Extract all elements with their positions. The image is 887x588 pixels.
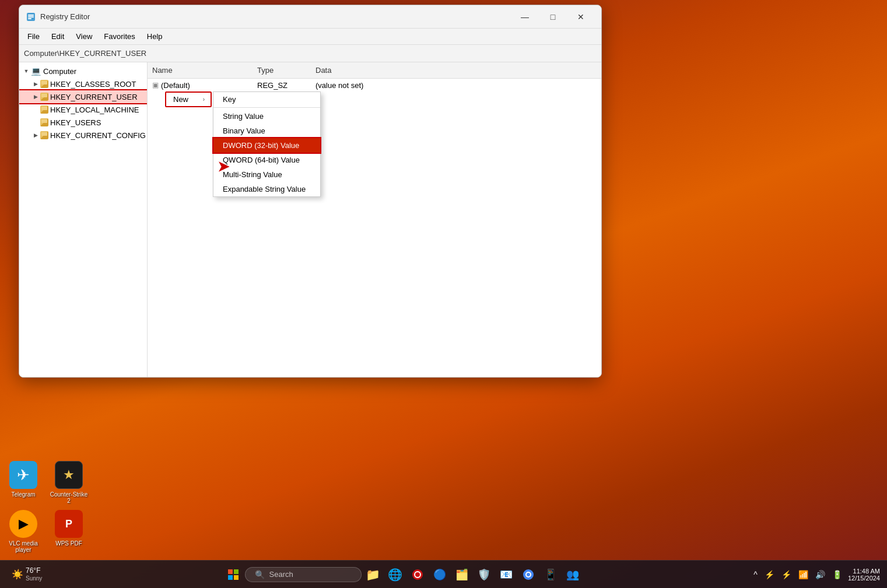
- system-tray: ^ ⚡ ⚡ 📶 🔊 🔋: [751, 569, 844, 580]
- computer-icon: 💻: [31, 66, 41, 76]
- taskbar-icon-opera[interactable]: [407, 564, 428, 585]
- tree-label-local-machine: HKEY_LOCAL_MACHINE: [50, 105, 139, 114]
- reg-icon-local-machine: [40, 105, 48, 114]
- submenu-item-expandable-string-value[interactable]: Expandable String Value: [213, 182, 320, 196]
- start-button[interactable]: [223, 564, 244, 585]
- taskbar-search[interactable]: 🔍 Search: [245, 567, 362, 582]
- menu-file[interactable]: File: [22, 30, 45, 44]
- tray-icon-bluetooth[interactable]: ⚡: [779, 569, 794, 580]
- weather-icon: ☀️: [12, 569, 23, 580]
- expand-icon-computer: ▼: [22, 66, 31, 76]
- menu-help[interactable]: Help: [141, 30, 169, 44]
- taskbar-icon-outlook[interactable]: 📧: [496, 564, 517, 585]
- taskbar-icon-edge[interactable]: 🌐: [385, 564, 406, 585]
- tree-item-local-machine[interactable]: HKEY_LOCAL_MACHINE: [19, 103, 147, 116]
- submenu-item-key[interactable]: Key: [213, 92, 320, 108]
- new-button-container: New › Key String Value Binary Value DWOR…: [165, 91, 212, 107]
- column-headers: Name Type Data: [148, 62, 601, 79]
- reg-icon-current-user: [40, 93, 48, 101]
- search-text: Search: [269, 570, 293, 579]
- right-panel: Name Type Data ▣ (Default) REG_SZ (value…: [148, 62, 601, 377]
- expand-icon-classes-root: ▶: [31, 79, 40, 89]
- tree-label-classes-root: HKEY_CLASSES_ROOT: [50, 80, 136, 89]
- tree-label-current-user: HKEY_CURRENT_USER: [50, 93, 138, 101]
- taskbar-icon-explorer2[interactable]: 🗂️: [451, 564, 472, 585]
- registry-editor-window: Registry Editor — □ ✕ File Edit View Fav…: [19, 5, 602, 378]
- tree-item-current-config[interactable]: ▶ HKEY_CURRENT_CONFIG: [19, 129, 147, 142]
- taskbar-icon-teams[interactable]: 👥: [562, 564, 583, 585]
- reg-icon-classes-root: [40, 80, 48, 88]
- taskbar-right: ^ ⚡ ⚡ 📶 🔊 🔋 11:48 AM 12/15/2024: [735, 568, 887, 582]
- counter-strike-icon[interactable]: ★ Counter-Strike 2: [48, 461, 89, 504]
- tray-icon-up[interactable]: ^: [751, 569, 760, 580]
- default-icon: ▣: [152, 81, 159, 89]
- weather-temp: 76°F: [26, 566, 42, 575]
- tray-icon-battery[interactable]: 🔋: [830, 569, 844, 580]
- new-button[interactable]: New ›: [165, 91, 212, 107]
- new-arrow-icon: ›: [203, 96, 205, 103]
- submenu-item-dword-value[interactable]: DWORD (32-bit) Value: [213, 138, 320, 153]
- taskbar-icon-phone-link[interactable]: 📱: [540, 564, 561, 585]
- menu-bar: File Edit View Favorites Help: [19, 29, 601, 45]
- window-controls: — □ ✕: [511, 8, 594, 26]
- clock-time: 11:48 AM: [853, 568, 880, 575]
- close-button[interactable]: ✕: [567, 8, 594, 26]
- cell-name: ▣ (Default): [150, 81, 255, 90]
- svg-rect-3: [28, 18, 31, 19]
- vlc-icon[interactable]: ▶ VLC media player: [3, 510, 44, 553]
- weather-widget[interactable]: ☀️ 76°F Sunny: [7, 564, 47, 584]
- reg-icon-users: [40, 118, 48, 126]
- svg-rect-1: [28, 15, 34, 16]
- col-header-data: Data: [311, 65, 601, 76]
- taskbar-icon-security[interactable]: 🛡️: [474, 564, 495, 585]
- svg-rect-5: [234, 569, 239, 574]
- tree-item-classes-root[interactable]: ▶ HKEY_CLASSES_ROOT: [19, 78, 147, 90]
- desktop-icons-bottom-left: ✈ Telegram ★ Counter-Strike 2 ▶ VLC medi…: [3, 461, 89, 553]
- cell-type: REG_SZ: [255, 81, 313, 90]
- tree-item-current-user[interactable]: ▶ HKEY_CURRENT_USER: [19, 90, 147, 103]
- address-bar: Computer\HKEY_CURRENT_USER: [19, 45, 601, 62]
- table-row[interactable]: ▣ (Default) REG_SZ (value not set): [148, 79, 601, 91]
- cell-data: (value not set): [313, 81, 599, 90]
- maximize-button[interactable]: □: [539, 8, 566, 26]
- registry-icon: [26, 12, 36, 22]
- col-header-type: Type: [253, 65, 311, 76]
- tree-label-current-config: HKEY_CURRENT_CONFIG: [50, 131, 146, 140]
- content-area: ▼ 💻 Computer ▶ HKEY_CLASSES_ROOT ▶ HKEY_…: [19, 62, 601, 377]
- taskbar-icon-browser2[interactable]: 🔵: [429, 564, 450, 585]
- col-header-name: Name: [148, 65, 253, 76]
- submenu-item-string-value[interactable]: String Value: [213, 109, 320, 124]
- clock-date: 12/15/2024: [848, 575, 880, 582]
- menu-view[interactable]: View: [70, 30, 98, 44]
- menu-favorites[interactable]: Favorites: [98, 30, 141, 44]
- tree-item-computer[interactable]: ▼ 💻 Computer: [19, 65, 147, 78]
- submenu-item-qword-value[interactable]: QWORD (64-bit) Value: [213, 153, 320, 167]
- svg-rect-2: [28, 16, 34, 17]
- svg-rect-7: [234, 575, 239, 580]
- tray-icon-network[interactable]: 📶: [796, 569, 811, 580]
- tree-item-users[interactable]: HKEY_USERS: [19, 116, 147, 129]
- expand-icon-current-user: ▶: [31, 92, 40, 101]
- svg-point-12: [527, 573, 530, 576]
- expand-icon-current-config: ▶: [31, 131, 40, 140]
- taskbar-icon-chrome[interactable]: [518, 564, 539, 585]
- submenu-item-binary-value[interactable]: Binary Value: [213, 124, 320, 138]
- reg-icon-current-config: [40, 131, 48, 139]
- taskbar-icon-file-explorer[interactable]: 📁: [363, 564, 384, 585]
- weather-condition: Sunny: [26, 575, 42, 582]
- submenu-item-multi-string-value[interactable]: Multi-String Value: [213, 167, 320, 182]
- wps-pdf-icon[interactable]: P WPS PDF: [48, 510, 89, 553]
- minimize-button[interactable]: —: [511, 8, 538, 26]
- title-bar: Registry Editor — □ ✕: [19, 5, 601, 29]
- telegram-icon[interactable]: ✈ Telegram: [3, 461, 44, 504]
- search-icon: 🔍: [255, 570, 265, 579]
- tree-label-users: HKEY_USERS: [50, 118, 101, 127]
- tray-icon-1[interactable]: ⚡: [762, 569, 777, 580]
- tray-icon-volume[interactable]: 🔊: [813, 569, 828, 580]
- taskbar-left: ☀️ 76°F Sunny: [0, 564, 70, 584]
- menu-edit[interactable]: Edit: [45, 30, 70, 44]
- taskbar: ☀️ 76°F Sunny 🔍 Search 📁 🌐: [0, 560, 887, 588]
- svg-point-9: [415, 572, 420, 578]
- svg-rect-6: [228, 575, 233, 580]
- taskbar-clock[interactable]: 11:48 AM 12/15/2024: [848, 568, 880, 582]
